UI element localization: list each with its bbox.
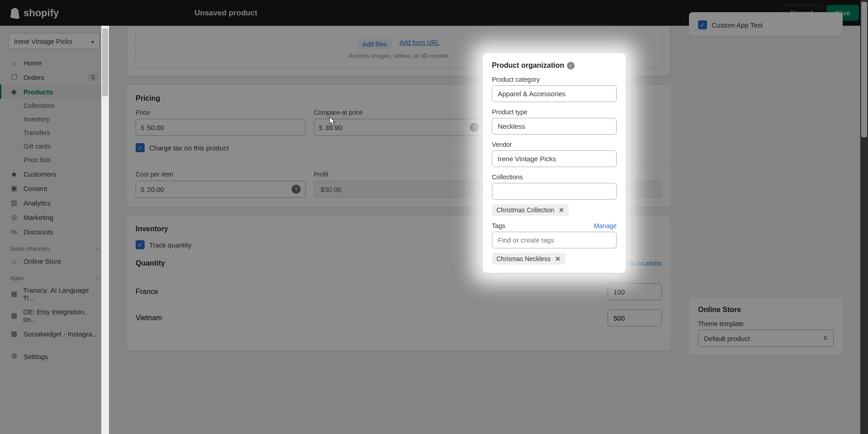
tags-label: Tags xyxy=(492,222,505,229)
tag-chip: Chrismas Neckless ✕ xyxy=(492,253,565,265)
compare-price-input[interactable] xyxy=(325,124,470,131)
price-input-wrap[interactable]: $ xyxy=(136,119,306,136)
nav-analytics-label: Analytics xyxy=(24,199,51,207)
nav-marketing[interactable]: ◎Marketing xyxy=(0,210,108,224)
orders-icon: ☐ xyxy=(10,73,18,81)
nav-collections[interactable]: Collections xyxy=(0,99,108,112)
help-icon[interactable]: ? xyxy=(470,123,479,132)
collections-label: Collections xyxy=(492,173,617,181)
app-icon: ▦ xyxy=(10,290,18,298)
theme-template-select[interactable]: Default product ⇅ xyxy=(698,330,834,347)
nav-content[interactable]: ▣Content xyxy=(0,181,108,196)
nav-discounts[interactable]: %Discounts xyxy=(0,224,108,239)
product-category-input[interactable] xyxy=(492,85,617,102)
shopify-logo: shopify xyxy=(9,7,59,19)
compare-price-input-wrap[interactable]: $ ? xyxy=(314,119,484,136)
app-icon: ▦ xyxy=(10,312,18,320)
nav-home-label: Home xyxy=(24,59,42,67)
apps-section[interactable]: Apps› xyxy=(0,268,108,283)
nav-orders[interactable]: ☐Orders1 xyxy=(0,70,108,84)
person-icon: ☻ xyxy=(10,170,18,178)
currency-symbol: $ xyxy=(141,124,144,131)
nav-settings-label: Settings xyxy=(24,353,48,360)
nav-analytics[interactable]: ▥Analytics xyxy=(0,196,108,210)
nav-app1-label: Transcy: AI Language Tr... xyxy=(23,286,98,302)
store-selector[interactable]: Irene Vintage Picks xyxy=(8,33,100,49)
marketing-icon: ◎ xyxy=(10,213,18,221)
nav-app2-label: OE: Etsy Integration, Im... xyxy=(23,308,98,323)
cost-input[interactable] xyxy=(147,186,292,193)
price-input[interactable] xyxy=(147,124,301,131)
charge-tax-label: Charge tax on this product xyxy=(149,144,229,152)
collection-chip: Christmas Collection ✕ xyxy=(492,204,569,216)
page-scrollbar[interactable] xyxy=(860,0,868,434)
help-icon[interactable]: ? xyxy=(292,185,301,194)
charge-tax-checkbox[interactable]: ✓ xyxy=(136,143,145,152)
tag-chip-label: Chrismas Neckless xyxy=(496,255,551,262)
location-row-vietnam: Vietnam xyxy=(136,305,662,331)
sidenav-scroll-thumb[interactable] xyxy=(102,28,108,96)
custom-app-checkbox[interactable]: ✓ xyxy=(698,20,707,29)
theme-template-value: Default product xyxy=(704,335,750,342)
tags-manage-link[interactable]: Manage xyxy=(594,222,617,229)
tag-icon: ◈ xyxy=(10,88,18,96)
vendor-input[interactable] xyxy=(492,150,617,167)
sales-channels-section[interactable]: Sales channels› xyxy=(0,239,108,254)
collection-chip-label: Christmas Collection xyxy=(496,206,554,214)
product-category-label: Product category xyxy=(492,76,617,83)
online-store-title: Online Store xyxy=(698,306,834,314)
info-icon[interactable]: i xyxy=(567,62,575,70)
theme-template-label: Theme template xyxy=(698,320,834,327)
edit-locations-link[interactable]: Edit locations xyxy=(624,260,662,267)
profit-readonly: $30.00 xyxy=(314,181,484,198)
collections-input[interactable] xyxy=(492,183,617,200)
location-qty-input[interactable] xyxy=(608,283,662,300)
nav-collections-label: Collections xyxy=(24,102,54,109)
nav-inventory-label: Inventory xyxy=(24,116,50,123)
nav-transfers[interactable]: Transfers xyxy=(0,126,108,140)
currency-symbol: $ xyxy=(141,186,144,193)
brand-text: shopify xyxy=(24,7,59,19)
sidenav-scrollbar[interactable] xyxy=(101,26,109,434)
compare-price-label: Compare-at price xyxy=(314,109,484,116)
nav-home[interactable]: ⌂Home xyxy=(0,56,108,70)
nav-app-etsy[interactable]: ▦OE: Etsy Integration, Im... xyxy=(0,305,108,327)
nav-products-label: Products xyxy=(24,88,53,96)
price-label: Price xyxy=(136,109,306,116)
product-status-card-tail: ✓ Custom App Test xyxy=(689,12,843,36)
nav-online-store[interactable]: ⌂Online Store xyxy=(0,254,108,268)
add-files-link[interactable]: Add files xyxy=(358,39,392,50)
nav-app-transcy[interactable]: ▦Transcy: AI Language Tr... xyxy=(0,283,108,305)
cost-input-wrap[interactable]: $ ? xyxy=(136,181,306,198)
location-name: Vietnam xyxy=(136,314,162,322)
nav-gift-cards[interactable]: Gift cards xyxy=(0,140,108,153)
nav-marketing-label: Marketing xyxy=(24,214,53,221)
page-scroll-thumb[interactable] xyxy=(861,2,867,137)
product-organization-title: Product organization xyxy=(492,61,564,70)
nav-inventory[interactable]: Inventory xyxy=(0,112,108,126)
nav-customers[interactable]: ☻Customers xyxy=(0,167,108,181)
nav-discounts-label: Discounts xyxy=(24,228,53,236)
vendor-label: Vendor xyxy=(492,141,617,148)
orders-badge: 1 xyxy=(88,74,98,81)
currency-symbol: $ xyxy=(319,124,322,131)
remove-collection-icon[interactable]: ✕ xyxy=(559,206,564,214)
track-quantity-checkbox[interactable]: ✓ xyxy=(136,240,145,249)
remove-tag-icon[interactable]: ✕ xyxy=(555,255,561,262)
nav-products[interactable]: ◈Products xyxy=(0,84,108,99)
nav-transfers-label: Transfers xyxy=(24,129,50,136)
nav-app-socialwidget[interactable]: ▦Socialwidget - Instagra... xyxy=(0,327,108,341)
product-type-label: Product type xyxy=(492,108,617,116)
nav-settings[interactable]: ⚙Settings xyxy=(0,349,108,364)
add-from-url-link[interactable]: Add from URL xyxy=(400,39,440,50)
track-quantity-label: Track quantity xyxy=(149,241,192,249)
nav-price-lists[interactable]: Price lists xyxy=(0,153,108,167)
location-qty-input[interactable] xyxy=(608,309,662,327)
cost-label: Cost per item xyxy=(136,171,306,178)
quantity-heading: Quantity xyxy=(136,259,165,267)
apps-label: Apps xyxy=(10,275,24,281)
tags-input[interactable] xyxy=(492,232,617,248)
unsaved-product-label: Unsaved product xyxy=(194,9,257,18)
app-icon: ▦ xyxy=(10,330,18,338)
product-type-input[interactable] xyxy=(492,118,617,135)
